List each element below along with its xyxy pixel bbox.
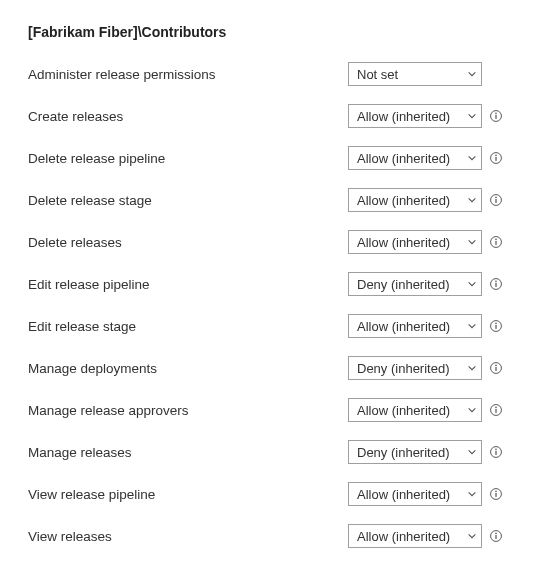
chevron-down-icon	[467, 321, 477, 331]
permission-list: Administer release permissionsNot setCre…	[28, 62, 538, 548]
svg-rect-11	[495, 199, 496, 203]
svg-point-7	[495, 155, 497, 157]
permission-row: Administer release permissionsNot set	[28, 62, 538, 86]
permission-row: View release pipelineAllow (inherited)	[28, 482, 538, 506]
chevron-down-icon	[467, 489, 477, 499]
permission-dropdown[interactable]: Allow (inherited)	[348, 314, 482, 338]
info-icon[interactable]	[482, 487, 510, 501]
svg-point-4	[495, 113, 497, 115]
permission-row: Delete releasesAllow (inherited)	[28, 230, 538, 254]
permission-row: Manage release approversAllow (inherited…	[28, 398, 538, 422]
permission-value: Allow (inherited)	[357, 403, 450, 418]
permission-value: Not set	[357, 67, 398, 82]
chevron-down-icon	[467, 405, 477, 415]
permission-value: Deny (inherited)	[357, 445, 450, 460]
permission-value: Deny (inherited)	[357, 277, 450, 292]
permission-row: Manage releasesDeny (inherited)	[28, 440, 538, 464]
permission-label: Delete release stage	[28, 193, 348, 208]
svg-rect-32	[495, 493, 496, 497]
group-title: [Fabrikam Fiber]\Contributors	[28, 24, 538, 40]
info-icon[interactable]	[482, 403, 510, 417]
chevron-down-icon	[467, 531, 477, 541]
permission-dropdown[interactable]: Allow (inherited)	[348, 146, 482, 170]
permission-label: Edit release pipeline	[28, 277, 348, 292]
permission-row: Delete release stageAllow (inherited)	[28, 188, 538, 212]
permission-value: Allow (inherited)	[357, 151, 450, 166]
permission-row: Create releasesAllow (inherited)	[28, 104, 538, 128]
chevron-down-icon	[467, 111, 477, 121]
svg-rect-14	[495, 241, 496, 245]
chevron-down-icon	[467, 153, 477, 163]
svg-rect-29	[495, 451, 496, 455]
permission-dropdown[interactable]: Allow (inherited)	[348, 482, 482, 506]
svg-point-13	[495, 239, 497, 241]
permission-row: View releasesAllow (inherited)	[28, 524, 538, 548]
svg-rect-5	[495, 115, 496, 119]
permission-dropdown[interactable]: Allow (inherited)	[348, 188, 482, 212]
permission-label: Create releases	[28, 109, 348, 124]
svg-point-28	[495, 449, 497, 451]
permission-row: Edit release stageAllow (inherited)	[28, 314, 538, 338]
info-icon[interactable]	[482, 529, 510, 543]
permission-label: View release pipeline	[28, 487, 348, 502]
chevron-down-icon	[467, 447, 477, 457]
permission-dropdown[interactable]: Allow (inherited)	[348, 104, 482, 128]
info-icon[interactable]	[482, 319, 510, 333]
chevron-down-icon	[467, 195, 477, 205]
chevron-down-icon	[467, 279, 477, 289]
permission-dropdown[interactable]: Allow (inherited)	[348, 398, 482, 422]
permission-dropdown[interactable]: Deny (inherited)	[348, 356, 482, 380]
svg-rect-8	[495, 157, 496, 161]
permission-value: Allow (inherited)	[357, 319, 450, 334]
svg-point-19	[495, 323, 497, 325]
info-icon[interactable]	[482, 235, 510, 249]
permission-row: Edit release pipelineDeny (inherited)	[28, 272, 538, 296]
svg-rect-26	[495, 409, 496, 413]
chevron-down-icon	[467, 237, 477, 247]
info-icon[interactable]	[482, 445, 510, 459]
permission-value: Allow (inherited)	[357, 529, 450, 544]
chevron-down-icon	[467, 363, 477, 373]
permission-label: Manage deployments	[28, 361, 348, 376]
svg-point-31	[495, 491, 497, 493]
svg-point-22	[495, 365, 497, 367]
info-icon[interactable]	[482, 277, 510, 291]
svg-rect-20	[495, 325, 496, 329]
info-icon[interactable]	[482, 361, 510, 375]
permission-value: Allow (inherited)	[357, 109, 450, 124]
svg-point-25	[495, 407, 497, 409]
svg-rect-17	[495, 283, 496, 287]
permission-value: Allow (inherited)	[357, 487, 450, 502]
permission-dropdown[interactable]: Deny (inherited)	[348, 272, 482, 296]
permission-row: Delete release pipelineAllow (inherited)	[28, 146, 538, 170]
permission-label: Delete releases	[28, 235, 348, 250]
chevron-down-icon	[467, 69, 477, 79]
info-icon[interactable]	[482, 193, 510, 207]
permission-label: Delete release pipeline	[28, 151, 348, 166]
svg-point-34	[495, 533, 497, 535]
permission-dropdown[interactable]: Not set	[348, 62, 482, 86]
permission-label: Edit release stage	[28, 319, 348, 334]
permission-label: View releases	[28, 529, 348, 544]
permission-label: Manage releases	[28, 445, 348, 460]
svg-point-16	[495, 281, 497, 283]
info-icon[interactable]	[482, 151, 510, 165]
svg-rect-35	[495, 535, 496, 539]
permission-value: Allow (inherited)	[357, 193, 450, 208]
permission-dropdown[interactable]: Allow (inherited)	[348, 524, 482, 548]
info-icon[interactable]	[482, 109, 510, 123]
permission-value: Allow (inherited)	[357, 235, 450, 250]
permission-row: Manage deploymentsDeny (inherited)	[28, 356, 538, 380]
permission-label: Administer release permissions	[28, 67, 348, 82]
permission-value: Deny (inherited)	[357, 361, 450, 376]
svg-point-10	[495, 197, 497, 199]
svg-rect-23	[495, 367, 496, 371]
permission-dropdown[interactable]: Deny (inherited)	[348, 440, 482, 464]
permission-dropdown[interactable]: Allow (inherited)	[348, 230, 482, 254]
permission-label: Manage release approvers	[28, 403, 348, 418]
